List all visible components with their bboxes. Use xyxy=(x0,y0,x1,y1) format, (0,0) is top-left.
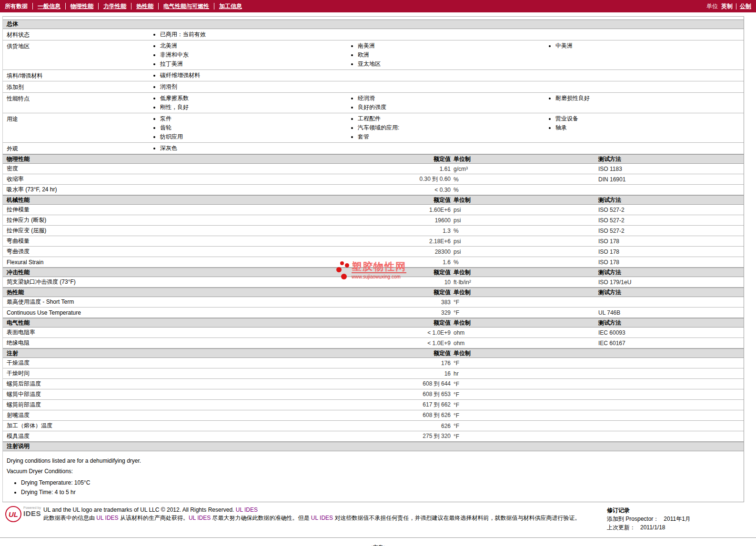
nav-tab[interactable]: 电气性能与可燃性 xyxy=(158,3,209,10)
property-unit: ohm xyxy=(451,340,598,347)
general-row: 性能特点 低摩擦系数刚性，良好 经润滑良好的强度 耐磨损性良好 xyxy=(3,93,744,113)
section-title: 总体 xyxy=(3,20,744,28)
injection-notes-body: Drying conditions listed are for a dehum… xyxy=(3,451,744,502)
bullet-item: 南美洲 xyxy=(358,41,547,50)
ul-ides-link[interactable]: UL IDES xyxy=(236,506,258,513)
bullet-item: 低摩擦系数 xyxy=(160,94,349,103)
property-value: < 0.30 xyxy=(418,187,451,193)
section-title: 机械性能 xyxy=(3,196,418,204)
property-row: 弯曲强度 28300 psi ISO 178 xyxy=(3,247,744,257)
bullet-item: 亚太地区 xyxy=(358,60,547,69)
general-row: 材料状态 已商用：当前有效 xyxy=(3,29,744,40)
section-title: 电气性能 xyxy=(3,319,418,327)
note-bullet: Drying Time: 4 to 5 hr xyxy=(21,487,740,497)
nav-tab[interactable]: 热性能 xyxy=(131,3,153,10)
section-physical: 物理性能 额定值 单位制 测试方法 密度 1.61 g/cm³ ISO 1183… xyxy=(3,154,744,195)
revision-value: 2011/1/18 xyxy=(640,524,665,531)
bullet-column-2 xyxy=(349,30,547,40)
section-general-header: 总体 xyxy=(3,20,744,29)
revision-title: 修订记录 xyxy=(607,506,744,515)
bullet-item: 欧洲 xyxy=(358,50,547,60)
bullet-item: 耐磨损性良好 xyxy=(555,94,744,103)
nav-tab[interactable]: 加工信息 xyxy=(214,3,242,10)
section-impact: 塑胶物性网 www.sujiaowuxing.com 冲击性能 额定值 单位制 … xyxy=(3,268,744,288)
property-value: 16 xyxy=(418,370,451,377)
bullet-item: 经润滑 xyxy=(358,94,547,103)
disclaimer-part: 从该材料的生产商处获得。 xyxy=(119,515,189,521)
property-label: 拉伸应力 (断裂) xyxy=(3,216,418,224)
note-bullet: Drying Temperature: 105°C xyxy=(21,478,740,487)
test-method: ISO 527-2 xyxy=(598,207,744,213)
test-method: ISO 527-2 xyxy=(598,228,744,234)
property-value: < 1.0E+9 xyxy=(418,340,451,347)
property-label: 密度 xyxy=(3,165,418,173)
general-row: 用途 泵件齿轮纺织应用 工程配件汽车领域的应用:套管 营业设备轴承 xyxy=(3,113,744,143)
column-header-method: 测试方法 xyxy=(598,196,744,204)
property-label: Continuous Use Temperature xyxy=(3,309,418,316)
revision-row: 添加到 Prospector：2011年1月 xyxy=(607,515,744,523)
unit-english: 英制 xyxy=(721,2,733,10)
ul-ides-link[interactable]: UL IDES xyxy=(189,515,211,521)
property-unit: % xyxy=(451,259,598,266)
bullet-item: 北美洲 xyxy=(160,41,349,50)
column-header-unit: 单位制 xyxy=(451,349,598,357)
property-value: 608 到 644 xyxy=(418,380,451,388)
bullet-item: 良好的强度 xyxy=(358,103,547,112)
property-label: 外观 xyxy=(3,143,151,153)
property-label: 简支梁缺口冲击强度 (73°F) xyxy=(3,278,418,286)
powered-by-label: Powered by xyxy=(23,506,41,509)
property-row: 干燥温度 176 °F xyxy=(3,358,744,368)
property-unit: psi xyxy=(451,248,598,255)
general-row: 外观 深灰色 xyxy=(3,143,744,154)
nav-tab[interactable]: 所有数据 xyxy=(5,3,28,10)
property-label: 模具温度 xyxy=(3,432,418,440)
bullet-column-3 xyxy=(547,143,744,153)
bullet-item: 深灰色 xyxy=(160,144,349,153)
nav-tab[interactable]: 物理性能 xyxy=(65,3,93,10)
disclaimer-part: 尽最大努力确保此数据的准确性。但是 xyxy=(211,515,311,521)
section-injection-notes: 注射说明 Drying conditions listed are for a … xyxy=(3,442,744,502)
bullet-item: 已商用：当前有效 xyxy=(160,30,349,39)
bullet-column-2: 工程配件汽车领域的应用:套管 xyxy=(349,114,547,142)
property-row: 表面电阻率 < 1.0E+9 ohm IEC 60093 xyxy=(3,328,744,338)
column-header-unit: 单位制 xyxy=(451,319,598,327)
property-value: 10 xyxy=(418,279,451,286)
section-injection: 注射 额定值 单位制 干燥温度 176 °F 干燥时间 16 hr 螺筒后部温度… xyxy=(3,348,744,442)
property-label: 弯曲模量 xyxy=(3,237,418,245)
bullet-column-2: 经润滑良好的强度 xyxy=(349,93,547,112)
unit-metric-link[interactable]: 公制 xyxy=(740,2,751,10)
column-header-unit: 单位制 xyxy=(451,268,598,277)
property-unit: °F xyxy=(451,299,598,306)
bullet-column-3: 营业设备轴承 xyxy=(547,114,744,142)
bullet-column-2: 南美洲欧洲亚太地区 xyxy=(349,41,547,69)
test-method: UL 746B xyxy=(598,309,744,316)
ul-logo-icon: UL xyxy=(5,506,21,522)
ul-ides-logo: UL Powered by IDES xyxy=(2,506,40,532)
property-row: 最高使用温度 - Short Term 383 °F xyxy=(3,297,744,308)
property-label: Flexural Strain xyxy=(3,259,418,266)
column-header-value: 额定值 xyxy=(418,319,451,327)
property-unit: °F xyxy=(451,309,598,316)
ul-ides-link[interactable]: UL IDES xyxy=(311,515,333,521)
property-row: 拉伸应变 (屈服) 1.3 % ISO 527-2 xyxy=(3,226,744,236)
bullet-item: 工程配件 xyxy=(358,114,547,123)
property-value: 626 xyxy=(418,423,451,429)
property-row: 弯曲模量 2.18E+6 psi ISO 178 xyxy=(3,236,744,247)
property-unit: ohm xyxy=(451,329,598,336)
bullet-column-1: 泵件齿轮纺织应用 xyxy=(151,114,349,142)
test-method: ISO 178 xyxy=(598,248,744,255)
property-unit: °F xyxy=(451,423,598,429)
nav-tab[interactable]: 力学性能 xyxy=(98,3,126,10)
test-method: ISO 1183 xyxy=(598,166,744,172)
property-row: Continuous Use Temperature 329 °F UL 746… xyxy=(3,308,744,318)
ul-ides-link[interactable]: UL IDES xyxy=(96,515,118,521)
revision-row: 上次更新：2011/1/18 xyxy=(607,523,744,532)
nav-tab[interactable]: 一般信息 xyxy=(32,3,60,10)
column-header-method: 测试方法 xyxy=(598,268,744,277)
section-mechanical: 机械性能 额定值 单位制 测试方法 拉伸模量 1.60E+6 psi ISO 5… xyxy=(3,195,744,268)
trademark-text: UL and the UL logo are trademarks of UL … xyxy=(43,506,236,513)
property-label: 最高使用温度 - Short Term xyxy=(3,298,418,306)
property-value: 176 xyxy=(418,360,451,367)
bullet-column-1: 北美洲非洲和中东拉丁美洲 xyxy=(151,41,349,69)
section-title: 热性能 xyxy=(3,288,418,297)
